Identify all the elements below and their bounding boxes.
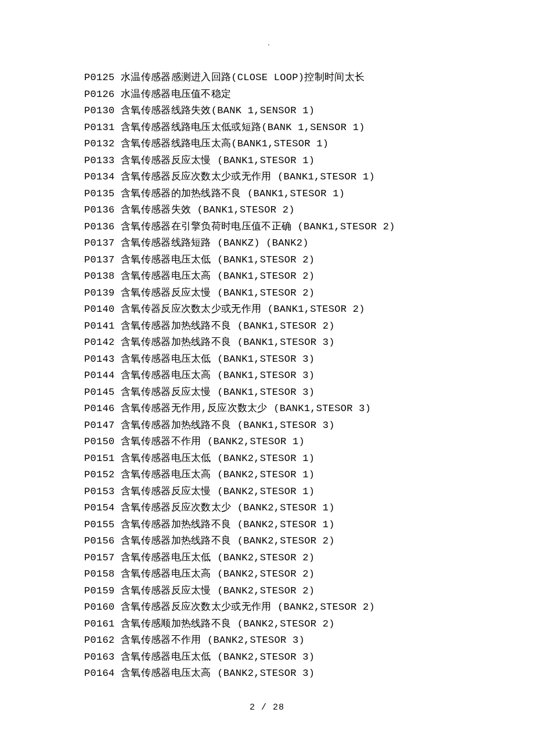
- code-line: P0146 含氧传感器无作用,反应次数太少 (BANK1,STESOR 3): [84, 401, 450, 417]
- code-line: P0133 含氧传感器反应太慢 (BANK1,STESOR 1): [84, 153, 450, 170]
- code-line: P0156 含氧传感器加热线路不良 (BANK2,STESOR 2): [84, 533, 450, 550]
- top-mark: .: [267, 41, 270, 47]
- code-line: P0159 含氧传感器反应太慢 (BANK2,STESOR 2): [84, 583, 450, 600]
- code-line: P0145 含氧传感器反应太慢 (BANK1,STESOR 3): [84, 384, 450, 401]
- code-line: P0161 含氧传感顺加热线路不良 (BANK2,STESOR 2): [84, 616, 450, 633]
- code-line: P0150 含氧传感器不作用 (BANK2,STESOR 1): [84, 434, 450, 451]
- code-line: P0130 含氧传感器线路失效(BANK 1,SENSOR 1): [84, 103, 450, 120]
- code-line: P0134 含氧传感器反应次数太少或无作用 (BANK1,STESOR 1): [84, 169, 450, 186]
- code-line: P0139 含氧传感器反应太慢 (BANK1,STESOR 2): [84, 285, 450, 302]
- code-line: P0142 含氧传感器加热线路不良 (BANK1,STESOR 3): [84, 334, 450, 351]
- code-line: P0164 含氧传感器电压太高 (BANK2,STESOR 3): [84, 665, 450, 682]
- code-line: P0135 含氧传感器的加热线路不良 (BANK1,STESOR 1): [84, 186, 450, 203]
- code-line: P0141 含氧传感器加热线路不良 (BANK1,STESOR 2): [84, 318, 450, 335]
- code-line: P0163 含氧传感器电压太低 (BANK2,STESOR 3): [84, 649, 450, 666]
- code-line: P0126 水温传感器电压值不稳定: [84, 87, 450, 103]
- page-number: 2 / 28: [0, 703, 534, 712]
- code-line: P0158 含氧传感器电压太高 (BANK2,STESOR 2): [84, 566, 450, 583]
- code-line: P0160 含氧传感器反应次数太少或无作用 (BANK2,STESOR 2): [84, 599, 450, 616]
- code-line: P0157 含氧传感器电压太低 (BANK2,STESOR 2): [84, 550, 450, 567]
- code-line: P0147 含氧传感器加热线路不良 (BANK1,STESOR 3): [84, 417, 450, 434]
- code-line: P0140 含氧传器反应次数太少或无作用 (BANK1,STESOR 2): [84, 301, 450, 318]
- code-line: P0151 含氧传感器电压太低 (BANK2,STESOR 1): [84, 451, 450, 467]
- code-line: P0136 含氧传感器失效 (BANK1,STESOR 2): [84, 202, 450, 219]
- code-line: P0162 含氧传感器不作用 (BANK2,STESOR 3): [84, 632, 450, 649]
- code-line: P0143 含氧传感器电压太低 (BANK1,STESOR 3): [84, 351, 450, 368]
- code-line: P0136 含氧传感器在引擎负荷时电压值不正确 (BANK1,STESOR 2): [84, 219, 450, 236]
- code-line: P0152 含氧传感器电压太高 (BANK2,STESOR 1): [84, 467, 450, 484]
- code-line: P0132 含氧传感器线路电压太高(BANK1,STESOR 1): [84, 136, 450, 153]
- code-line: P0153 含氧传感器反应太慢 (BANK2,STESOR 1): [84, 484, 450, 501]
- code-line: P0138 含氧传感器电压太高 (BANK1,STESOR 2): [84, 268, 450, 285]
- code-line: P0125 水温传感器感测进入回路(CLOSE LOOP)控制时间太长: [84, 70, 450, 87]
- code-line: P0154 含氧传感器反应次数太少 (BANK2,STESOR 1): [84, 500, 450, 517]
- code-line: P0137 含氧传感器线路短路 (BANKZ) (BANK2): [84, 235, 450, 252]
- code-line: P0137 含氧传感器电压太低 (BANK1,STESOR 2): [84, 252, 450, 269]
- document-body: P0125 水温传感器感测进入回路(CLOSE LOOP)控制时间太长P0126…: [0, 0, 534, 682]
- code-line: P0131 含氧传感器线路电压太低或短路(BANK 1,SENSOR 1): [84, 120, 450, 136]
- code-line: P0144 含氧传感器电压太高 (BANK1,STESOR 3): [84, 368, 450, 384]
- code-line: P0155 含氧传感器加热线路不良 (BANK2,STESOR 1): [84, 517, 450, 534]
